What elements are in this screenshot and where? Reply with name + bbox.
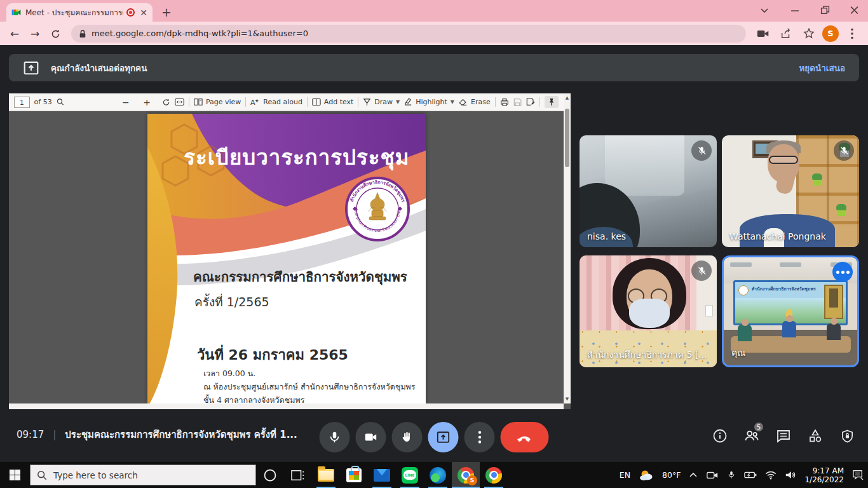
camera-button[interactable] — [356, 422, 386, 452]
language-indicator[interactable]: EN — [620, 470, 630, 480]
temperature-text[interactable]: 80°F — [662, 470, 681, 480]
stop-presenting-button[interactable]: หยุดนำเสนอ — [799, 61, 845, 75]
meeting-title: ประชุมคณะกรรมการศึกษาธิการจังหวัดชุมพร ค… — [65, 427, 297, 442]
draw-dropdown-chevron-icon[interactable]: ▼ — [396, 99, 400, 105]
camera-in-use-icon[interactable] — [754, 29, 773, 39]
profile-avatar[interactable]: S — [822, 25, 839, 42]
highlight-dropdown-chevron-icon[interactable]: ▼ — [451, 99, 454, 105]
tray-camera-in-use-icon[interactable] — [706, 470, 719, 480]
bookmark-star-icon[interactable] — [799, 28, 818, 39]
taskbar-file-explorer[interactable] — [312, 462, 340, 488]
edge-icon — [430, 467, 446, 484]
kebab-icon — [478, 431, 481, 444]
mic-off-icon — [839, 146, 850, 156]
present-now-button-active[interactable] — [428, 422, 459, 452]
pdf-vertical-scrollbar[interactable]: ▲ ▼ — [564, 93, 571, 403]
back-button[interactable]: ← — [6, 27, 23, 40]
tile-more-options-button[interactable] — [832, 262, 853, 282]
windows-taskbar: Type here to search LINE S EN 80°F — [0, 462, 868, 488]
scrollbar-thumb[interactable] — [565, 109, 569, 167]
taskbar-edge[interactable] — [424, 462, 452, 488]
cortana-button[interactable] — [256, 462, 284, 488]
tray-clock[interactable]: 9:17 AM 1/26/2022 — [804, 466, 844, 484]
slide-title: ระเบียบวาระการประชุม — [173, 140, 421, 174]
window-minimize-button[interactable] — [790, 4, 799, 17]
windows-logo-icon — [10, 470, 20, 480]
room-banner-logo — [738, 285, 749, 295]
taskbar-chrome-active[interactable]: S — [452, 462, 480, 488]
meeting-details-button[interactable] — [712, 428, 728, 444]
tray-volume-icon[interactable] — [785, 470, 796, 480]
tray-time: 9:17 AM — [804, 466, 844, 475]
url-bar[interactable]: meet.google.com/dpk-mdhq-wtk?pli=1&authu… — [71, 25, 746, 43]
hand-icon — [400, 430, 414, 444]
window-restore-button[interactable] — [820, 4, 830, 17]
browser-toolbar: ← → meet.google.com/dpk-mdhq-wtk?pli=1&a… — [0, 22, 868, 45]
pdf-viewer: 1 of 53 − + Page view A Read aloud — [9, 93, 571, 409]
tray-wifi-icon[interactable] — [765, 471, 776, 480]
weather-icon[interactable] — [639, 469, 654, 482]
leave-call-button[interactable] — [501, 422, 549, 452]
decor-pot — [837, 210, 845, 216]
scroll-down-arrow-icon[interactable]: ▼ — [564, 396, 571, 402]
read-aloud-button[interactable]: A Read aloud — [250, 98, 302, 106]
participant-tile-regional-office[interactable]: สำนักงานศึกษาธิการภาค 5 [... — [580, 255, 717, 367]
page-view-button[interactable]: Page view — [194, 98, 241, 106]
new-tab-button[interactable]: + — [161, 5, 172, 19]
pdf-horizontal-scrollbar[interactable] — [9, 403, 564, 409]
mic-off-icon — [696, 266, 707, 276]
activities-button[interactable] — [807, 428, 824, 444]
host-controls-button[interactable] — [839, 428, 855, 444]
store-icon — [346, 468, 362, 482]
taskbar-line[interactable]: LINE — [396, 462, 424, 488]
highlight-button[interactable]: Highlight ▼ — [404, 98, 454, 106]
window-close-button[interactable] — [850, 4, 859, 17]
action-center-icon[interactable] — [852, 470, 864, 480]
tab-search-chevron-icon[interactable] — [760, 4, 769, 17]
rotate-button[interactable] — [162, 98, 170, 107]
participant-tile-you[interactable]: สำนักงานศึกษาธิการจังหวัดชุมพร คุณ — [722, 255, 859, 367]
forward-button[interactable]: → — [27, 27, 43, 40]
taskbar-microsoft-store[interactable] — [340, 462, 368, 488]
tray-battery-icon[interactable] — [744, 471, 757, 479]
scroll-up-arrow-icon[interactable]: ▲ — [564, 95, 571, 100]
page-number-input[interactable]: 1 — [14, 97, 30, 108]
zoom-out-button[interactable]: − — [122, 97, 130, 107]
raise-hand-button[interactable] — [392, 422, 423, 452]
taskbar-mail[interactable] — [368, 462, 396, 488]
task-view-button[interactable] — [284, 462, 312, 488]
tray-microphone-icon[interactable] — [727, 470, 736, 480]
participant-tile-nisa-kes[interactable]: nisa. kes — [580, 135, 717, 247]
meet-stage: คุณกำลังนำเสนอต่อทุกคน หยุดนำเสนอ 1 of 5… — [0, 45, 868, 462]
mail-icon — [374, 469, 390, 482]
show-everyone-button[interactable]: 5 — [743, 428, 760, 444]
fit-to-width-button[interactable] — [175, 98, 184, 106]
start-button[interactable] — [0, 462, 30, 488]
pdf-toolbar: 1 of 53 − + Page view A Read aloud — [9, 93, 564, 111]
ceiling-vent — [780, 262, 801, 267]
taskbar-chrome-secondary[interactable] — [480, 462, 508, 488]
tray-chevron-up-icon[interactable] — [689, 471, 698, 479]
reload-button[interactable] — [47, 27, 64, 39]
save-as-button[interactable] — [526, 97, 535, 107]
chat-button[interactable] — [775, 428, 792, 444]
participant-tile-wattanachai[interactable]: Wattanachai Pongnak — [722, 135, 859, 247]
add-text-button[interactable]: Add text — [312, 98, 354, 106]
browser-tab[interactable]: Meet - ประชุมคณะกรรมการศึกษ ✕ — [6, 3, 153, 22]
search-placeholder: Type here to search — [53, 470, 138, 480]
call-controls — [320, 422, 549, 452]
more-options-button[interactable] — [465, 422, 495, 452]
mic-icon — [328, 430, 342, 444]
browser-menu-kebab-icon[interactable] — [843, 28, 862, 39]
zoom-in-button[interactable]: + — [143, 97, 151, 107]
draw-button[interactable]: Draw ▼ — [363, 98, 400, 106]
print-button[interactable] — [500, 98, 509, 107]
pin-toolbar-button[interactable] — [545, 96, 559, 108]
mic-off-icon — [696, 146, 707, 156]
tab-close-icon[interactable]: ✕ — [140, 8, 147, 17]
search-icon[interactable] — [57, 98, 64, 106]
share-icon[interactable] — [776, 28, 796, 39]
erase-button[interactable]: Erase — [459, 98, 491, 106]
microphone-button[interactable] — [320, 422, 350, 452]
taskbar-search-input[interactable]: Type here to search — [30, 464, 256, 485]
